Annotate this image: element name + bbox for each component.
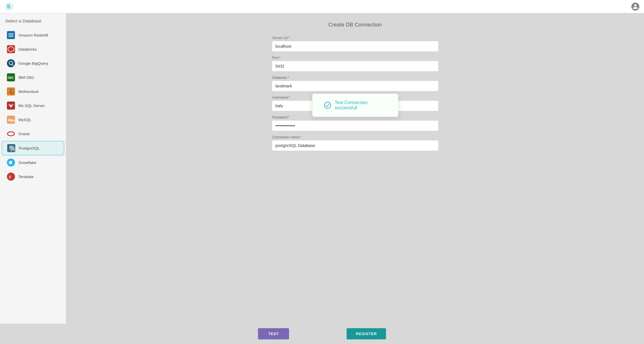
success-check-icon (324, 102, 331, 109)
sidebar-item-mysql[interactable]: MySQLMySQL (2, 113, 64, 127)
ms-sql-server-icon (7, 102, 15, 110)
sidebar-item-oracle[interactable]: Oracle (2, 127, 64, 141)
connection-name-group: Connection name* (272, 135, 439, 151)
svg-rect-8 (7, 59, 15, 67)
port-group: Port* (272, 56, 439, 72)
sidebar-title: Select a Database (0, 18, 66, 28)
password-input[interactable] (272, 120, 439, 131)
database-label: Database* (272, 76, 439, 80)
svg-text:🐘: 🐘 (9, 145, 15, 152)
svg-point-28 (324, 102, 331, 108)
sidebar-item-motherduck[interactable]: 🦆Motherduck (2, 85, 64, 98)
success-toast: Test Connection successfull (312, 93, 398, 117)
sidebar-item-label-google-bigquery: Google BigQuery (18, 61, 48, 66)
svg-point-16 (10, 105, 12, 106)
svg-text:❄: ❄ (8, 160, 13, 166)
port-label: Port* (272, 56, 439, 60)
sidebar-item-label-ibm-db2: IBM DB2 (18, 75, 34, 80)
test-button[interactable]: TEST (258, 328, 289, 339)
main-content: Create DB Connection Server Url* Port* D… (66, 13, 644, 324)
google-bigquery-icon (7, 59, 15, 67)
sidebar-item-label-snowflake: Snowflake (18, 160, 36, 165)
teradata-icon: t (7, 173, 15, 181)
svg-rect-26 (7, 173, 15, 181)
svg-text:SQL: SQL (11, 119, 15, 122)
server-url-input[interactable] (272, 41, 439, 52)
sidebar-item-databricks[interactable]: Databricks (2, 42, 64, 56)
motherduck-icon: 🦆 (7, 87, 15, 95)
app-logo[interactable]: S (5, 2, 14, 11)
ibm-db2-icon: DB2 (7, 73, 15, 81)
svg-rect-5 (8, 36, 14, 37)
postgresql-icon: 🐘 (7, 144, 15, 152)
connection-name-input[interactable] (272, 140, 439, 151)
server-url-label: Server Url* (272, 36, 439, 40)
sidebar-item-ms-sql-server[interactable]: Ms SQL Server (2, 99, 64, 112)
sidebar-item-label-mysql: MySQL (18, 118, 31, 122)
database-group: Database* (272, 76, 439, 91)
connection-name-label: Connection name* (272, 135, 439, 139)
mysql-icon: MySQL (7, 116, 15, 124)
sidebar-item-amazon-redshift[interactable]: Amazon Redshift (2, 28, 64, 42)
databricks-icon (7, 45, 15, 53)
sidebar-item-teradata[interactable]: tTeradata (2, 170, 64, 184)
svg-rect-20 (7, 130, 15, 138)
sidebar-item-label-postgresql: PostgreSQL (19, 146, 40, 150)
sidebar-item-label-motherduck: Motherduck (18, 89, 39, 94)
register-button[interactable]: REGISTER (347, 328, 386, 339)
form-container: Server Url* Port* Database* Username* (272, 36, 439, 155)
user-avatar[interactable] (631, 3, 639, 11)
svg-text:S: S (7, 4, 10, 9)
sidebar-item-label-ms-sql-server: Ms SQL Server (18, 104, 45, 108)
sidebar-item-label-amazon-redshift: Amazon Redshift (18, 33, 48, 37)
snowflake-icon: ❄ (7, 158, 15, 167)
svg-text:🦆: 🦆 (8, 89, 15, 95)
svg-rect-3 (8, 33, 14, 34)
database-input[interactable] (272, 81, 439, 91)
sidebar-item-label-oracle: Oracle (18, 132, 30, 136)
sidebar-item-label-databricks: Databricks (18, 47, 37, 51)
sidebar-item-google-bigquery[interactable]: Google BigQuery (2, 56, 64, 70)
password-group: Password* (272, 115, 439, 131)
topbar: S (0, 0, 644, 13)
form-title: Create DB Connection (328, 22, 382, 28)
sidebar-item-ibm-db2[interactable]: DB2IBM DB2 (2, 70, 64, 84)
amazon-redshift-icon (7, 31, 15, 39)
svg-text:t: t (9, 175, 11, 179)
port-input[interactable] (272, 61, 439, 72)
oracle-icon (7, 130, 15, 138)
server-url-group: Server Url* (272, 36, 439, 52)
sidebar-item-postgresql[interactable]: 🐘PostgreSQL (2, 141, 64, 155)
sidebar: Select a Database Amazon RedshiftDatabri… (0, 13, 66, 324)
sidebar-item-snowflake[interactable]: ❄Snowflake (2, 156, 64, 169)
bottom-bar: TEST REGISTER (0, 324, 644, 344)
success-message: Test Connection successfull (335, 100, 387, 110)
sidebar-item-label-teradata: Teradata (18, 175, 34, 179)
svg-point-21 (7, 132, 14, 136)
main-layout: Select a Database Amazon RedshiftDatabri… (0, 13, 644, 324)
svg-rect-4 (8, 35, 14, 35)
svg-text:DB2: DB2 (8, 76, 14, 79)
